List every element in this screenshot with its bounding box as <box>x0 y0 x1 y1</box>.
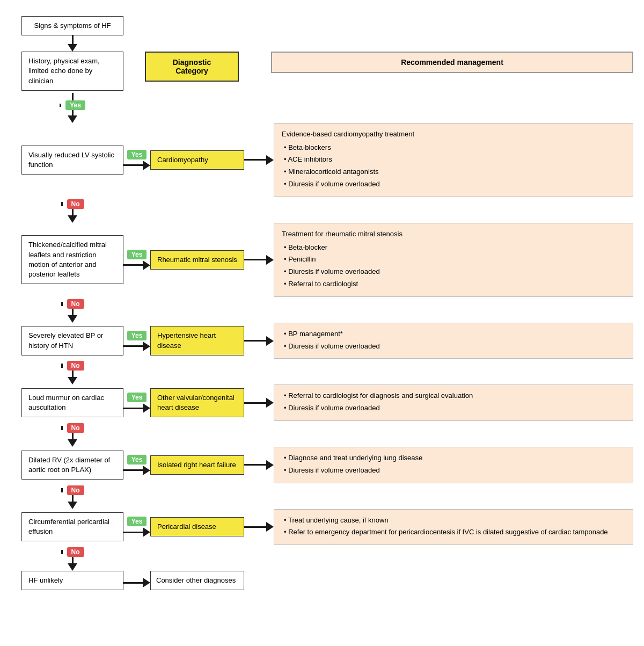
diag-6: Pericardial disease <box>150 517 244 536</box>
mgmt-1: Evidence-based cardiomyopathy treatment … <box>274 123 633 197</box>
mgmt-4: Referral to cardiologist for diagnosis a… <box>274 384 633 421</box>
no-badge-3: No <box>67 361 84 371</box>
condition-7: HF unlikely <box>21 571 123 590</box>
diag-1: Cardiomyopathy <box>150 150 244 170</box>
condition-6: Circumferential pericardial effusion <box>21 512 123 541</box>
diagnostic-category-header: Diagnostic Category <box>145 52 239 82</box>
yes-badge-1: Yes <box>65 100 85 110</box>
diag-3: Hypertensive heart disease <box>150 326 244 355</box>
yes-badge-rms: Yes <box>127 250 147 259</box>
no-badge-4: No <box>67 423 84 433</box>
condition-1: Visually reduced LV systolic function <box>21 146 123 175</box>
diag-2: Rheumatic mitral stenosis <box>150 250 244 270</box>
diag-5: Isolated right heart failure <box>150 455 244 475</box>
condition-4: Loud murmur on cardiac auscultation <box>21 388 123 417</box>
yes-badge-ovc: Yes <box>127 393 147 402</box>
history-box: History, physical exam, limited echo don… <box>21 52 123 91</box>
yes-badge-htn: Yes <box>127 331 147 340</box>
yes-badge-cm: Yes <box>127 150 147 159</box>
no-badge-2: No <box>67 299 84 309</box>
mgmt-6: Treat underlying cause, if known Refer t… <box>274 509 633 546</box>
condition-2: Thickened/calcified mitral leaflets and … <box>21 235 123 284</box>
condition-3: Severely elevated BP or history of HTN <box>21 326 123 355</box>
start-box: Signs & symptoms of HF <box>21 16 123 35</box>
no-badge-6: No <box>67 547 84 557</box>
mgmt-3: BP management* Diuresis if volume overlo… <box>274 323 633 359</box>
condition-5: Dilated RV (2x diameter of aortic root o… <box>21 451 123 480</box>
mgmt-5: Diagnose and treat underlying lung disea… <box>274 447 633 483</box>
no-badge-1: No <box>67 199 84 209</box>
recommended-management-header: Recommended management <box>271 52 633 73</box>
no-badge-5: No <box>67 485 84 495</box>
mgmt-2: Treatment for rheumatic mitral stenosis … <box>274 223 633 297</box>
yes-badge-peri: Yes <box>127 517 147 526</box>
flowchart-container: Signs & symptoms of HF History, physical… <box>11 11 633 596</box>
yes-badge-irhf: Yes <box>127 455 147 464</box>
diag-4: Other valvular/congenital heart disease <box>150 388 244 417</box>
diag-7: Consider other diagnoses <box>150 571 244 590</box>
